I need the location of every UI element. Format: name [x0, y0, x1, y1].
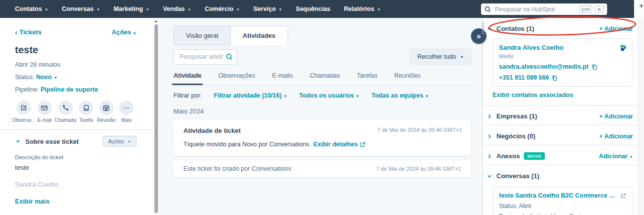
- chevron-down-icon: ▼: [133, 31, 137, 36]
- ticket-age: Abrir 28 minutos: [15, 61, 137, 68]
- ticket-pipeline-row: Pipeline: Pipeline de suporte: [15, 86, 137, 93]
- chevron-down-icon: ▼: [355, 94, 359, 99]
- chevron-down-icon: ▼: [460, 55, 464, 59]
- chevron-left-icon: ‹: [15, 28, 17, 36]
- task-button[interactable]: Tarefa: [76, 101, 97, 123]
- collapse-section-icon[interactable]: [486, 173, 492, 179]
- collapse-panel-button[interactable]: »: [471, 28, 486, 44]
- meeting-icon: [103, 105, 110, 111]
- panel-drag-handle-icon[interactable]: [482, 23, 484, 34]
- nav-item-relatorios[interactable]: Relatórios▼: [344, 5, 381, 12]
- collapse-section-icon[interactable]: [486, 26, 492, 32]
- activity-card[interactable]: Este ticket foi criado por Conversations…: [173, 160, 471, 177]
- tab-atividades[interactable]: Atividades: [230, 26, 288, 45]
- contact-phone-link[interactable]: +351 911 089 566: [499, 74, 626, 81]
- expand-section-icon[interactable]: [486, 133, 492, 139]
- nav-item-comercio[interactable]: Comércio▼: [205, 5, 240, 12]
- nav-item-conversas[interactable]: Conversas▼: [62, 5, 100, 12]
- nav-item-vendas[interactable]: Vendas▼: [163, 5, 191, 12]
- more-icon: [123, 105, 130, 111]
- filter-users-dropdown[interactable]: Todos os usuários▼: [299, 92, 359, 99]
- show-associated-contacts-link[interactable]: Exibir contatos associados: [492, 92, 638, 99]
- note-icon: [20, 105, 27, 111]
- contact-card[interactable]: Sandra Alves Coelho Médis sandra.alvesco…: [492, 38, 633, 87]
- subtab-observacoes[interactable]: Observações: [218, 72, 255, 79]
- activity-card[interactable]: Atividade de ticket 7 de Mai de 2024 às …: [173, 120, 471, 156]
- quick-actions: Observa... E-mail Chamada Tarefa Reunião…: [13, 101, 137, 123]
- attachments-section-header[interactable]: Anexos NOVO Adicionar▼: [483, 145, 638, 165]
- shortcut-ctrl-key: Ctrl: [579, 5, 592, 13]
- chevron-down-icon: ▼: [44, 7, 48, 12]
- chevron-down-icon: ▼: [128, 140, 131, 143]
- chevron-down-icon: ▼: [283, 94, 287, 99]
- add-attachment-dropdown[interactable]: Adicionar▼: [599, 153, 633, 160]
- muted-contact-name: Sandra Coelho: [15, 181, 137, 188]
- global-search-input[interactable]: [494, 5, 576, 13]
- copy-icon[interactable]: [552, 75, 557, 81]
- activity-search-input[interactable]: [178, 53, 224, 61]
- main-tabs: Visão geral Atividades: [173, 26, 471, 45]
- meeting-button[interactable]: Reunião: [96, 101, 117, 123]
- more-button[interactable]: Mais: [117, 101, 137, 123]
- chevron-down-icon: ▼: [278, 7, 282, 12]
- add-deal-button[interactable]: + Adicionar: [599, 133, 633, 140]
- deals-section-header[interactable]: Negócios (0) + Adicionar: [483, 125, 638, 145]
- subtab-emails[interactable]: E-mails: [272, 72, 293, 79]
- about-actions-button[interactable]: Ações▼: [103, 136, 137, 147]
- subtab-tarefas[interactable]: Tarefas: [357, 72, 377, 79]
- page-scroll-gutter[interactable]: [638, 18, 644, 215]
- note-button[interactable]: Observa...: [13, 101, 34, 123]
- nav-item-servico[interactable]: Serviço▼: [253, 5, 282, 12]
- ticket-actions-dropdown[interactable]: Ações▼: [112, 28, 137, 36]
- show-more-link[interactable]: Exibir mais: [15, 198, 137, 205]
- nav-item-marketing[interactable]: Marketing▼: [114, 5, 150, 12]
- scrollbar-thumb[interactable]: [155, 24, 158, 213]
- status-dropdown[interactable]: Novo: [36, 74, 51, 81]
- plus-icon[interactable]: +: [639, 1, 644, 10]
- back-to-tickets-link[interactable]: ‹ Tickets: [15, 28, 42, 36]
- nav-item-contatos[interactable]: Contatos▼: [15, 5, 48, 12]
- copy-icon[interactable]: [592, 64, 597, 70]
- ticket-sidebar: ‹ Tickets Ações▼ teste Abrir 28 minutos …: [0, 18, 159, 215]
- external-link-icon: [360, 142, 365, 147]
- chevron-down-icon: ▼: [425, 94, 429, 99]
- email-button[interactable]: E-mail: [34, 101, 55, 123]
- ticket-title: teste: [15, 44, 137, 56]
- tab-visao-geral[interactable]: Visão geral: [173, 26, 231, 45]
- expand-section-icon[interactable]: [486, 153, 492, 159]
- subtab-chamadas[interactable]: Chamadas: [310, 72, 340, 79]
- attachments-section-title: Anexos: [496, 152, 520, 160]
- add-contact-button[interactable]: + Adicionar: [599, 25, 633, 32]
- collapse-section-icon[interactable]: [15, 138, 21, 144]
- conversation-link[interactable]: teste Sandra Coelho B2C Commerce & Loyal…: [499, 192, 626, 199]
- description-value[interactable]: teste: [15, 164, 137, 171]
- filter-activity-dropdown[interactable]: Filtrar atividade (10/16)▼: [214, 92, 287, 99]
- scroll-up-arrow-icon[interactable]: [155, 20, 158, 22]
- conversation-status: Status: Abrir: [499, 203, 626, 210]
- contact-name-link[interactable]: Sandra Alves Coelho: [499, 44, 626, 51]
- double-chevron-right-icon: »: [477, 32, 481, 41]
- subtab-atividade[interactable]: Atividade: [173, 72, 201, 79]
- nav-item-sequencias[interactable]: Sequências: [296, 5, 330, 12]
- companies-section-header[interactable]: Empresas (1) + Adicionar: [483, 106, 638, 125]
- contacts-section-header[interactable]: Contatos (1) + Adicionar: [483, 18, 638, 37]
- chevron-down-icon: ▼: [146, 7, 150, 12]
- collapse-all-button[interactable]: Recolher tudo▼: [410, 49, 471, 65]
- contact-email-link[interactable]: sandra.alvescoelho@medis.pt: [499, 63, 626, 70]
- subtab-reunioes[interactable]: Reuniões: [394, 72, 421, 79]
- chevron-down-icon: ▼: [96, 7, 100, 12]
- call-button[interactable]: Chamada: [55, 101, 76, 123]
- month-header: Maio 2024: [173, 108, 471, 115]
- sidebar-scrollbar[interactable]: [153, 18, 159, 215]
- conversation-card[interactable]: teste Sandra Coelho B2C Commerce & Loyal…: [492, 187, 633, 215]
- add-company-button[interactable]: + Adicionar: [599, 113, 633, 120]
- show-details-link[interactable]: Exibir detalhes: [314, 141, 365, 148]
- filter-teams-dropdown[interactable]: Todas as equipes▼: [371, 92, 429, 99]
- pipeline-link[interactable]: Pipeline de suporte: [40, 86, 98, 93]
- activity-timestamp: 7 de Mai de 2024 às 09:46 GMT+1: [377, 127, 462, 133]
- activity-search[interactable]: [173, 49, 237, 65]
- expand-section-icon[interactable]: [486, 113, 492, 119]
- global-search[interactable]: Ctrl K: [481, 3, 607, 15]
- activity-timestamp: 7 de Mai de 2024 às 09:46 GMT+1: [376, 166, 461, 172]
- conversations-section-header[interactable]: Conversas (1): [483, 165, 638, 185]
